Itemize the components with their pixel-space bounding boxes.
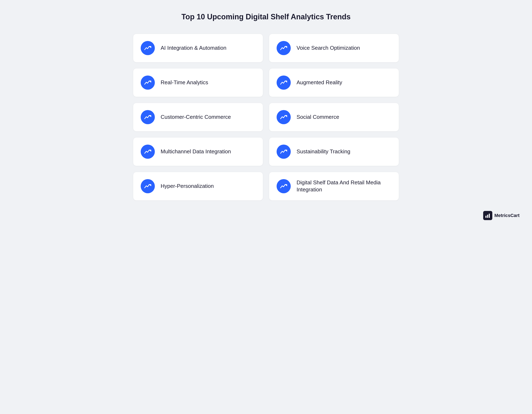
trend-label: Multichannel Data Integration <box>161 148 231 155</box>
trend-card: AI Integration & Automation <box>133 34 263 62</box>
trend-card: Customer-Centric Commerce <box>133 103 263 131</box>
trend-label: Voice Search Optimization <box>296 45 360 52</box>
svg-rect-1 <box>487 215 488 218</box>
trend-icon <box>277 41 291 55</box>
trend-card: Multichannel Data Integration <box>133 137 263 166</box>
trend-label: Sustainability Tracking <box>296 148 350 155</box>
trend-card: Augmented Reality <box>269 68 399 97</box>
trend-card: Real-Time Analytics <box>133 68 263 97</box>
page-title: Top 10 Upcoming Digital Shelf Analytics … <box>181 12 351 21</box>
brand-name: MetricsCart <box>494 213 520 218</box>
trend-icon <box>141 179 155 193</box>
svg-rect-0 <box>485 216 486 218</box>
trend-label: Customer-Centric Commerce <box>161 114 231 121</box>
trend-icon <box>141 76 155 90</box>
trend-icon <box>141 41 155 55</box>
trend-label: Real-Time Analytics <box>161 79 208 86</box>
brand-footer: MetricsCart <box>483 211 520 220</box>
brand-logo <box>483 211 492 220</box>
trend-card: Voice Search Optimization <box>269 34 399 62</box>
svg-rect-2 <box>489 214 490 218</box>
trend-icon <box>141 110 155 124</box>
trend-label: Digital Shelf Data And Retail Media Inte… <box>296 179 391 193</box>
trend-label: Augmented Reality <box>296 79 342 86</box>
trends-grid: AI Integration & Automation Voice Search… <box>133 34 399 201</box>
trend-icon <box>277 110 291 124</box>
trend-label: Hyper-Personalization <box>161 183 214 190</box>
trend-icon <box>141 145 155 159</box>
trend-card: Digital Shelf Data And Retail Media Inte… <box>269 172 399 201</box>
trend-icon <box>277 145 291 159</box>
trend-card: Social Commerce <box>269 103 399 131</box>
trend-icon <box>277 76 291 90</box>
trend-icon <box>277 179 291 193</box>
trend-label: Social Commerce <box>296 114 339 121</box>
trend-label: AI Integration & Automation <box>161 45 227 52</box>
trend-card: Sustainability Tracking <box>269 137 399 166</box>
trend-card: Hyper-Personalization <box>133 172 263 201</box>
